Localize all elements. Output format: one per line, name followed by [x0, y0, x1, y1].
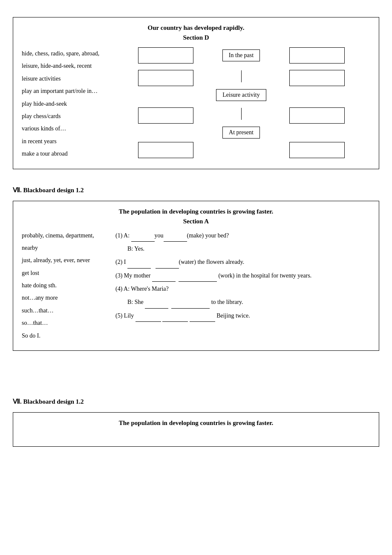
center-vline1-area [241, 64, 242, 89]
vocab-item-8: in recent years [22, 135, 133, 147]
section1-title: Our country has developed rapidly. [22, 24, 370, 32]
ex3-label: (3) My mother [115, 272, 152, 279]
section7b-box: The population in developing countries i… [13, 412, 379, 447]
vocab-item-6: play chess/cards [22, 110, 133, 122]
ex2-blank2 [156, 268, 179, 269]
ex3-rest: (work) in the hospital for twenty years. [217, 272, 311, 279]
ex2-rest: (water) the flowers already. [179, 259, 245, 265]
section7a-heading-area: Ⅶ. Blackboard design 1.2 [13, 186, 379, 194]
s7-vocab-3: get lost [22, 267, 111, 279]
section1-subtitle: Section D [22, 34, 370, 41]
section7a-vocab: probably, cinema, department, nearby jus… [22, 229, 115, 342]
box-r6-left [138, 142, 193, 158]
section7a-title: The population in developing countries i… [22, 208, 370, 215]
vocab-item-5: play hide-and-seek [22, 98, 133, 110]
ex4-rest: to the library. [210, 299, 243, 305]
ex3: (3) My mother (work) in the hospital for… [115, 269, 370, 282]
ex1-b-text: B: Yes. [127, 246, 144, 252]
box-r4-left [138, 107, 193, 124]
center-top: In the past [222, 49, 260, 61]
ex5-blank2 [162, 321, 188, 322]
vocab-item-1: hide, chess, radio, spare, abroad, [22, 47, 133, 60]
ex5-rest: Beijing twice. [215, 312, 250, 319]
ex4-label: (4) A: Where's Maria? [115, 286, 169, 292]
box-r6-right [289, 142, 345, 158]
ex4-b: B: She to the library. [115, 296, 370, 308]
ex2-label: (2) I [115, 259, 127, 265]
section1-diagram-right: In the past Leisure activity [133, 47, 370, 160]
ex5-blank3 [190, 321, 215, 322]
ex1-b: B: Yes. [115, 243, 370, 255]
vocab-item-9: make a tour abroad [22, 147, 133, 160]
section1-box: Our country has developed rapidly. Secti… [13, 17, 379, 169]
vocab-item-3: leisure activities [22, 72, 133, 85]
box-r2-left [138, 70, 193, 86]
section7a-exercises: (1) A: you(make) your bed? B: Yes. (2) I… [115, 229, 370, 342]
ex1-blank2 [164, 241, 187, 242]
s7-vocab-2: just, already, yet, ever, never [22, 254, 111, 266]
s7-vocab-8: So do I. [22, 330, 111, 342]
ex2: (2) I (water) the flowers already. [115, 256, 370, 268]
center-vline2-area [241, 101, 242, 127]
ex4-blank2 [171, 308, 210, 309]
box-r1-left [138, 47, 193, 64]
section1-diagram: hide, chess, radio, spare, abroad, leisu… [22, 47, 370, 160]
ex2-spacer [151, 259, 156, 265]
ex5-sp2 [188, 312, 190, 319]
section7b-title: The population in developing countries i… [22, 419, 370, 427]
ex5-sp1 [161, 312, 163, 319]
section7a-box: The population in developing countries i… [13, 201, 379, 351]
section7b-heading: Ⅶ. Blackboard design 1.2 [13, 398, 379, 405]
ex1-rest: (make) your bed? [187, 232, 229, 239]
box-r1-right [289, 47, 345, 64]
s7-vocab-4: hate doing sth. [22, 279, 111, 292]
s7-vocab-6: such…that… [22, 304, 111, 317]
ex1: (1) A: you(make) your bed? [115, 229, 370, 242]
ex5-label: (5) Lily [115, 312, 135, 319]
ex3-blank2 [179, 281, 217, 282]
box-r2-right [289, 70, 345, 86]
vline-1 [241, 70, 242, 82]
label-at-present: At present [222, 127, 260, 139]
vocab-item-4: play an important part/role in… [22, 85, 133, 97]
s7-vocab-5: not…any more [22, 292, 111, 304]
ex2-blank1 [127, 268, 151, 269]
label-in-past: In the past [222, 49, 260, 61]
ex5: (5) Lily Beijing twice. [115, 309, 370, 322]
section7a-heading: Ⅶ. Blackboard design 1.2 [13, 186, 379, 194]
s7-vocab-1: probably, cinema, department, nearby [22, 229, 111, 254]
ex5-blank1 [135, 321, 161, 322]
page: Our country has developed rapidly. Secti… [0, 0, 392, 481]
diagram-inner: In the past Leisure activity [133, 47, 370, 158]
ex1-you: you [155, 232, 164, 239]
ex1-label: (1) A: [115, 232, 131, 239]
vocab-item-7: various kinds of… [22, 122, 133, 135]
section1-vocab: hide, chess, radio, spare, abroad, leisu… [22, 47, 133, 160]
ex4-b-label: B: She [127, 299, 145, 305]
section7a-layout: probably, cinema, department, nearby jus… [22, 229, 370, 342]
s7-vocab-7: so…that… [22, 317, 111, 329]
vline-2 [241, 108, 242, 120]
ex4-spacer [168, 299, 171, 305]
center-middle: Leisure activity [216, 89, 266, 101]
spacer [13, 368, 379, 393]
section7b-heading-area: Ⅶ. Blackboard design 1.2 [13, 398, 379, 405]
center-bottom: At present [222, 127, 260, 139]
section7a-subtitle: Section A [22, 218, 370, 225]
ex3-spacer [176, 272, 179, 279]
ex4-a: (4) A: Where's Maria? [115, 283, 370, 295]
ex3-blank1 [152, 281, 176, 282]
ex4-blank1 [145, 308, 168, 309]
vocab-item-2: leisure, hide-and-seek, recent [22, 60, 133, 72]
box-r4-right [289, 107, 345, 124]
ex1-blank1 [131, 241, 155, 242]
label-leisure: Leisure activity [216, 89, 266, 101]
